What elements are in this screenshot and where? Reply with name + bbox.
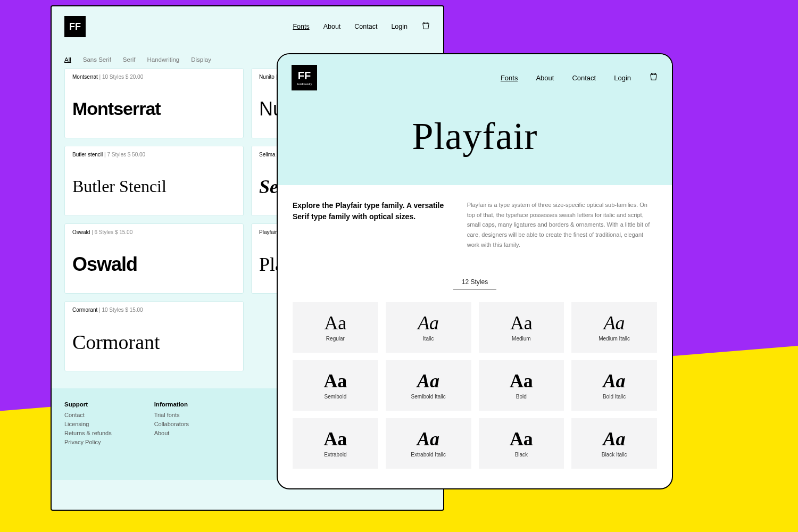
footer-link-collab[interactable]: Collaborators (154, 421, 189, 427)
style-card-extrabold-italic[interactable]: AaExtrabold Italic (386, 418, 471, 469)
card-sample: Butler Stencil (72, 157, 236, 215)
footer-information: Information Trial fonts Collaborators Ab… (154, 401, 189, 448)
font-title: Playfair (292, 114, 658, 159)
description-row: Explore the Playfair type family. A vers… (293, 200, 657, 250)
footer-heading: Support (64, 401, 112, 408)
nav-contact[interactable]: Contact (572, 74, 596, 82)
card-sample: Oswald (72, 235, 236, 293)
description-long: Playfair is a type system of three size-… (467, 200, 657, 250)
hero: FF FontFoundry Fonts About Contact Login… (278, 54, 672, 185)
style-card-extrabold[interactable]: AaExtrabold (293, 418, 378, 469)
style-card-semibold[interactable]: AaSemibold (293, 360, 378, 411)
cart-icon[interactable] (649, 72, 658, 83)
tab-handwriting[interactable]: Handwriting (147, 56, 180, 63)
style-card-regular[interactable]: AaRegular (293, 302, 378, 353)
tab-display[interactable]: Display (191, 56, 211, 63)
logo[interactable]: FF (64, 16, 86, 37)
font-card-butler[interactable]: Butler stencil | 7 Styles $ 50.00 Butler… (64, 146, 244, 216)
nav-fonts[interactable]: Fonts (293, 23, 309, 30)
footer-link-privacy[interactable]: Privacy Policy (64, 439, 112, 445)
nav-about[interactable]: About (536, 74, 554, 82)
detail-window: FF FontFoundry Fonts About Contact Login… (277, 53, 673, 489)
styles-tab[interactable]: 12 Styles (453, 275, 496, 289)
main-nav: Fonts About Contact Login (293, 21, 430, 32)
styles-grid: AaRegular AaItalic AaMedium AaMedium Ita… (293, 302, 657, 469)
card-meta: Oswald | 6 Styles $ 15.00 (72, 229, 236, 235)
footer-link-licensing[interactable]: Licensing (64, 421, 112, 427)
footer-link-about[interactable]: About (154, 430, 189, 436)
card-sample: Montserrat (72, 80, 236, 138)
tab-all[interactable]: All (64, 56, 71, 63)
style-card-bold-italic[interactable]: AaBold Italic (571, 360, 657, 411)
style-card-italic[interactable]: AaItalic (386, 302, 471, 353)
styles-heading: 12 Styles (293, 275, 657, 289)
font-card-cormorant[interactable]: Cormorant | 10 Styles $ 15.00 Cormorant (64, 301, 244, 371)
footer-link-contact[interactable]: Contact (64, 412, 112, 418)
style-card-bold[interactable]: AaBold (479, 360, 564, 411)
nav-fonts[interactable]: Fonts (501, 74, 518, 82)
logo[interactable]: FF FontFoundry (292, 65, 317, 90)
style-card-black-italic[interactable]: AaBlack Italic (571, 418, 657, 469)
footer-link-returns[interactable]: Returns & refunds (64, 430, 112, 436)
font-card-montserrat[interactable]: Montserrat | 10 Styles $ 20.00 Montserra… (64, 68, 244, 138)
header: FF FontFoundry Fonts About Contact Login (292, 65, 658, 90)
card-meta: Cormorant | 10 Styles $ 15.00 (72, 307, 236, 313)
footer-support: Support Contact Licensing Returns & refu… (64, 401, 112, 448)
header: FF Fonts About Contact Login (52, 6, 443, 47)
style-card-semibold-italic[interactable]: AaSemibold Italic (386, 360, 471, 411)
tab-serif[interactable]: Serif (123, 56, 136, 63)
nav-login[interactable]: Login (391, 23, 408, 30)
style-card-medium[interactable]: AaMedium (479, 302, 564, 353)
logo-subtext: FontFoundry (297, 82, 312, 86)
nav-contact[interactable]: Contact (354, 23, 377, 30)
card-meta: Butler stencil | 7 Styles $ 50.00 (72, 152, 236, 157)
main-nav: Fonts About Contact Login (501, 72, 658, 83)
style-card-black[interactable]: AaBlack (479, 418, 564, 469)
card-sample: Cormorant (72, 313, 236, 371)
footer-heading: Information (154, 401, 189, 408)
nav-login[interactable]: Login (614, 74, 631, 82)
description-intro: Explore the Playfair type family. A vers… (293, 200, 446, 250)
detail-body: Explore the Playfair type family. A vers… (278, 185, 672, 479)
logo-mark: FF (298, 70, 311, 81)
nav-about[interactable]: About (323, 23, 341, 30)
card-meta: Montserrat | 10 Styles $ 20.00 (72, 74, 236, 80)
footer-link-trial[interactable]: Trial fonts (154, 412, 189, 418)
font-card-oswald[interactable]: Oswald | 6 Styles $ 15.00 Oswald (64, 223, 244, 294)
style-card-medium-italic[interactable]: AaMedium Italic (571, 302, 657, 353)
cart-icon[interactable] (421, 21, 430, 32)
tab-sans[interactable]: Sans Serif (83, 56, 111, 63)
